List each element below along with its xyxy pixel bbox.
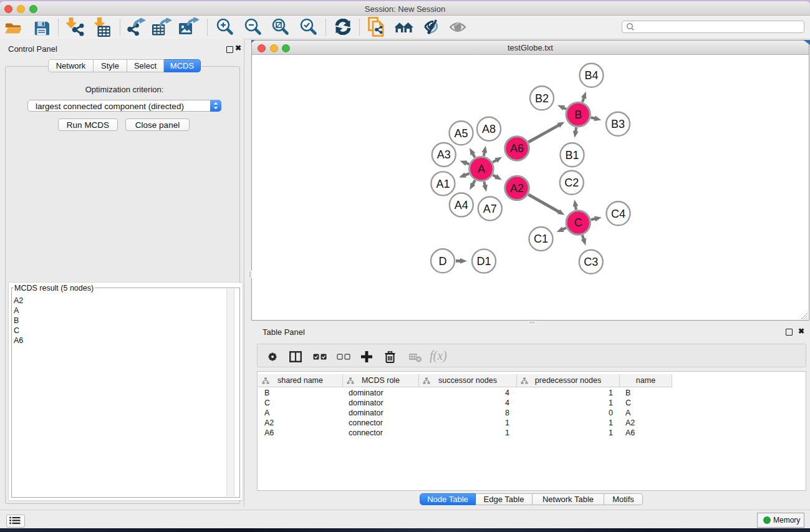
- svg-text:D1: D1: [476, 255, 491, 268]
- svg-text:B3: B3: [611, 118, 625, 130]
- svg-text:A2: A2: [510, 182, 524, 195]
- svg-text:C3: C3: [584, 256, 598, 268]
- svg-text:D: D: [439, 255, 447, 268]
- svg-text:B: B: [574, 109, 582, 121]
- svg-text:A5: A5: [454, 127, 468, 140]
- svg-text:B1: B1: [565, 149, 579, 162]
- svg-text:B4: B4: [584, 69, 598, 82]
- svg-text:C1: C1: [534, 233, 548, 245]
- svg-text:A1: A1: [436, 178, 450, 190]
- svg-text:A8: A8: [482, 123, 496, 135]
- svg-text:C: C: [574, 216, 582, 229]
- svg-text:A7: A7: [483, 203, 497, 215]
- svg-text:C4: C4: [611, 208, 625, 220]
- svg-text:B2: B2: [535, 92, 549, 105]
- svg-text:C2: C2: [564, 177, 579, 189]
- svg-text:A3: A3: [437, 148, 451, 161]
- svg-text:A6: A6: [510, 142, 524, 155]
- svg-text:A4: A4: [455, 199, 468, 211]
- svg-text:A: A: [478, 163, 485, 175]
